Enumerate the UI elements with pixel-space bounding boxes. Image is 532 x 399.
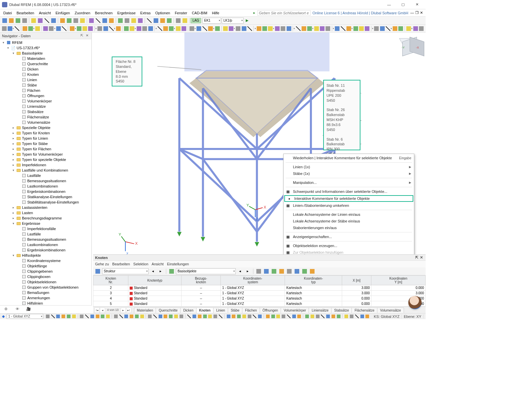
tree-leaf-0-8[interactable]: Volumenkörper	[27, 99, 52, 103]
tree-group-6[interactable]: Typen für Volumenkörper	[22, 152, 63, 156]
tb2-btn-18[interactable]	[124, 26, 129, 32]
caret-12[interactable]: ▸	[11, 216, 15, 220]
tb2-btn-40[interactable]	[268, 26, 273, 32]
col-header[interactable]: Bezugs-knoten	[181, 276, 220, 285]
caret-14[interactable]: ▾	[11, 254, 15, 257]
tree-leaf-0-7[interactable]: Öffnungen	[27, 94, 44, 98]
tb1-btn-15[interactable]	[108, 18, 114, 24]
tree-root[interactable]: RFEM	[12, 41, 22, 45]
eye-icon[interactable]: 👁	[14, 307, 21, 312]
sb-btn-48[interactable]	[316, 314, 320, 319]
status-ks-combo[interactable]: 1 - Global XYZ	[7, 314, 43, 319]
tb2-btn-12[interactable]	[82, 26, 87, 32]
caret-2[interactable]: ▸	[11, 131, 15, 135]
tb2-btn-28[interactable]	[190, 26, 195, 32]
tree-leaf-0-9[interactable]: Liniensätze	[27, 104, 46, 108]
tb2-btn-32[interactable]	[215, 26, 220, 32]
sb-btn-57[interactable]	[365, 314, 369, 319]
tb2-btn-50[interactable]	[335, 26, 340, 32]
pager-prev[interactable]: ◂	[100, 308, 105, 313]
tree-leaf-0-12[interactable]: Volumensätze	[27, 120, 50, 124]
tb2-btn-5[interactable]	[35, 26, 40, 32]
mdi-restore-icon[interactable]: ❐	[415, 11, 419, 15]
tb2-btn-52[interactable]	[346, 26, 351, 32]
combo-lk1[interactable]: LK1/p	[222, 18, 244, 24]
caret-8[interactable]: ▸	[11, 163, 15, 167]
table-row[interactable]: 4 Standard -- 1 - Global XYZ Kartesisch …	[93, 296, 426, 301]
bp-menu-Einstellungen[interactable]: Einstellungen	[167, 262, 189, 266]
navigator-pin-icon[interactable]: ⇱	[79, 34, 84, 38]
tb1-btn-21[interactable]	[153, 18, 159, 24]
tree-leaf-0-6[interactable]: Flächen	[27, 88, 40, 92]
bp-tab-6[interactable]: Flächen	[242, 308, 260, 313]
tb2-btn-4[interactable]	[28, 26, 33, 32]
filter-structure[interactable]: Struktur	[102, 268, 149, 274]
tbl-toolbtn-1[interactable]	[263, 268, 269, 274]
menu-hilfe[interactable]: Hilfe	[210, 10, 221, 16]
caret-6[interactable]: ▸	[11, 153, 15, 156]
tb2-btn-19[interactable]	[129, 26, 134, 32]
tb2-btn-38[interactable]	[256, 26, 261, 32]
menu-fenster[interactable]: Fenster	[173, 10, 189, 16]
menu-bearbeiten[interactable]: Bearbeiten	[15, 10, 36, 16]
sb-btn-4[interactable]	[66, 314, 71, 319]
tb2-btn-10[interactable]	[69, 26, 74, 32]
sb-btn-40[interactable]	[271, 314, 275, 319]
tree-leaf-9-3[interactable]: Ergebniskombinationen	[27, 190, 66, 194]
sb-btn-21[interactable]	[164, 314, 168, 319]
tb1-btn-5[interactable]	[37, 18, 43, 24]
tb2-btn-22[interactable]	[148, 26, 153, 32]
tree-leaf-14-0[interactable]: Koordinatensysteme	[27, 259, 61, 263]
sb-btn-16[interactable]	[135, 314, 139, 319]
tb2-btn-0[interactable]	[2, 26, 7, 32]
tb1-btn-17[interactable]	[124, 18, 130, 24]
pager-first[interactable]: I◂	[94, 308, 100, 313]
tree-group-2[interactable]: Typen für Knoten	[22, 131, 50, 135]
nav-left-icon[interactable]: ◂	[150, 268, 156, 274]
tbl-toolbtn-4[interactable]	[286, 268, 292, 274]
tree-leaf-0-2[interactable]: Dicken	[27, 67, 39, 71]
bp-menu-Ansicht[interactable]: Ansicht	[152, 262, 164, 266]
tree-group-13[interactable]: Ergebnisse	[22, 221, 40, 225]
col-header[interactable]: Knotentyp	[128, 276, 181, 285]
combo-ek1[interactable]: EK1	[202, 18, 221, 24]
tb2-btn-57[interactable]	[380, 26, 385, 32]
tb1-btn-16[interactable]	[117, 18, 123, 24]
menu-ergebnisse[interactable]: Ergebnisse	[115, 10, 138, 16]
tb2-btn-13[interactable]	[88, 26, 93, 32]
tbl-toolbtn-0[interactable]	[256, 268, 262, 274]
tb2-btn-8[interactable]	[56, 26, 61, 32]
col-header[interactable]: KoordinatenY [m]	[371, 276, 426, 285]
sb-btn-22[interactable]	[169, 314, 173, 319]
cm-item-1[interactable]: Stäbe (1x)▶	[284, 170, 414, 177]
tree-leaf-0-4[interactable]: Linien	[27, 78, 37, 82]
bp-tab-5[interactable]: Stäbe	[228, 308, 242, 313]
mdi-close-icon[interactable]: ✕	[420, 11, 423, 15]
caret-13[interactable]: ▾	[11, 222, 15, 225]
tb1-btn-11[interactable]	[79, 18, 85, 24]
sb-btn-0[interactable]	[46, 314, 50, 319]
tb2-btn-42[interactable]	[281, 26, 286, 32]
sb-btn-33[interactable]	[231, 314, 236, 319]
cm-item-13[interactable]: ▦Anzeigeeigenschaften...	[284, 233, 414, 240]
tbl-toolbtn-3[interactable]	[279, 268, 285, 274]
tb1-btn-22[interactable]	[160, 18, 166, 24]
cm-item-5[interactable]: ▦Schwerpunkt und Informationen über sele…	[284, 188, 414, 195]
bp-tab-9[interactable]: Liniensätze	[309, 308, 332, 313]
camera-icon[interactable]: 🎥	[25, 307, 32, 312]
sb-btn-46[interactable]	[305, 314, 309, 319]
bp-menu-Gehe zu[interactable]: Gehe zu	[95, 262, 109, 266]
navigator-close-icon[interactable]: ✕	[85, 34, 89, 38]
maximize-button[interactable]: ▢	[396, 1, 410, 9]
tb2-btn-34[interactable]	[229, 26, 234, 32]
tree-leaf-0-3[interactable]: Knoten	[27, 72, 39, 76]
tree-leaf-0-11[interactable]: Flächensätze	[27, 115, 49, 119]
tree-group-12[interactable]: Berechnungsdiagramme	[22, 216, 62, 220]
tb1-btn-6[interactable]	[44, 18, 50, 24]
tb2-btn-56[interactable]	[374, 26, 379, 32]
tb2-btn-30[interactable]	[202, 26, 207, 32]
sb-btn-27[interactable]	[198, 314, 202, 319]
bp-menu-Bearbeiten[interactable]: Bearbeiten	[112, 262, 130, 266]
viewcube[interactable]: -X -Y	[399, 36, 420, 57]
tree-leaf-9-1[interactable]: Bemessungssituationen	[27, 179, 66, 183]
